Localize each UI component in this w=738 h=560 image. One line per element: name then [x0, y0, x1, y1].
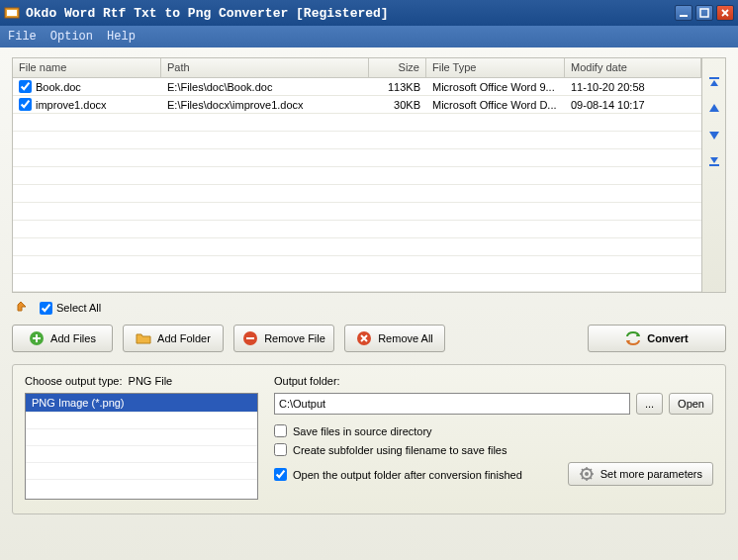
column-header-type[interactable]: File Type: [426, 58, 565, 77]
list-item[interactable]: PNG Image (*.png): [26, 394, 257, 412]
browse-button[interactable]: ...: [636, 393, 663, 415]
output-folder-label: Output folder:: [274, 375, 713, 387]
folder-icon: [136, 330, 151, 346]
output-settings-panel: Choose output type: PNG File PNG Image (…: [12, 364, 726, 514]
select-all-label: Select All: [56, 302, 101, 314]
svg-rect-5: [709, 164, 719, 166]
menu-help[interactable]: Help: [107, 30, 136, 44]
convert-button[interactable]: Convert: [588, 325, 726, 352]
table-row[interactable]: improve1.docx E:\Files\docx\improve1.doc…: [13, 96, 701, 114]
move-up-icon[interactable]: [707, 102, 721, 116]
output-folder-input[interactable]: [274, 393, 630, 415]
title-bar: Okdo Word Rtf Txt to Png Converter [Regi…: [0, 0, 738, 26]
svg-rect-2: [680, 15, 688, 17]
save-source-checkbox[interactable]: Save files in source directory: [274, 424, 713, 437]
svg-rect-1: [7, 10, 17, 16]
toolbar: Add Files Add Folder Remove File Remove …: [12, 325, 726, 352]
minimize-button[interactable]: [675, 5, 692, 21]
remove-all-icon: [356, 330, 372, 346]
remove-file-button[interactable]: Remove File: [233, 325, 334, 352]
remove-icon: [242, 330, 258, 346]
output-type-label: Choose output type: PNG File: [25, 375, 258, 387]
column-header-name[interactable]: File name: [13, 58, 161, 77]
column-header-size[interactable]: Size: [369, 58, 426, 77]
column-header-date[interactable]: Modify date: [565, 58, 701, 77]
move-bottom-icon[interactable]: [707, 153, 721, 167]
remove-all-button[interactable]: Remove All: [344, 325, 445, 352]
reorder-controls: [701, 58, 725, 292]
move-down-icon[interactable]: [707, 128, 721, 141]
file-list-header: File name Path Size File Type Modify dat…: [13, 58, 701, 78]
select-all-row: Select All: [16, 301, 722, 315]
menu-option[interactable]: Option: [50, 30, 93, 44]
maximize-button[interactable]: [695, 5, 713, 21]
app-icon: [4, 5, 20, 21]
open-after-checkbox[interactable]: Open the output folder after conversion …: [274, 468, 522, 481]
output-type-list[interactable]: PNG Image (*.png): [25, 393, 258, 500]
up-arrow-icon[interactable]: [16, 301, 30, 315]
menu-bar: File Option Help: [0, 26, 738, 47]
create-subfolder-checkbox[interactable]: Create subfolder using filename to save …: [274, 443, 713, 456]
row-checkbox[interactable]: [19, 98, 32, 111]
column-header-path[interactable]: Path: [161, 58, 369, 77]
menu-file[interactable]: File: [8, 30, 37, 44]
table-row[interactable]: Book.doc E:\Files\doc\Book.doc 113KB Mic…: [13, 78, 701, 96]
open-folder-button[interactable]: Open: [669, 393, 713, 415]
window-title: Okdo Word Rtf Txt to Png Converter [Regi…: [26, 6, 672, 21]
svg-rect-3: [700, 9, 708, 17]
convert-icon: [625, 330, 641, 346]
svg-point-11: [585, 472, 589, 476]
close-button[interactable]: [716, 5, 734, 21]
add-icon: [29, 330, 45, 346]
add-files-button[interactable]: Add Files: [12, 325, 113, 352]
main-panel: File name Path Size File Type Modify dat…: [0, 47, 738, 560]
set-more-parameters-button[interactable]: Set more parameters: [568, 462, 713, 486]
gear-icon: [579, 466, 595, 482]
select-all-checkbox[interactable]: Select All: [40, 302, 101, 315]
svg-rect-4: [709, 77, 719, 79]
move-top-icon[interactable]: [707, 76, 721, 90]
svg-rect-8: [246, 337, 254, 339]
add-folder-button[interactable]: Add Folder: [123, 325, 224, 352]
file-list-panel: File name Path Size File Type Modify dat…: [12, 57, 726, 293]
row-checkbox[interactable]: [19, 80, 32, 93]
